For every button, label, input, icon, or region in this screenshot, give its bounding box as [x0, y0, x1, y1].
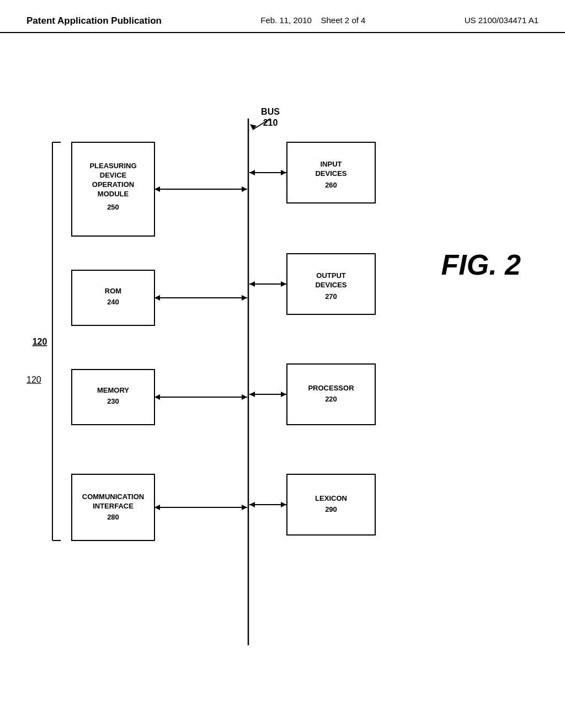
svg-marker-19 — [154, 295, 160, 301]
svg-text:OUTPUT: OUTPUT — [316, 271, 346, 280]
svg-marker-57 — [249, 502, 255, 507]
svg-text:220: 220 — [325, 395, 337, 403]
svg-text:280: 280 — [107, 513, 119, 521]
svg-rect-5 — [72, 142, 154, 236]
diagram-svg: BUS 210 PLEASURING DEVICE OPERATION MODU… — [0, 33, 565, 717]
svg-marker-39 — [281, 170, 286, 175]
svg-marker-12 — [242, 186, 247, 192]
svg-text:MEMORY: MEMORY — [97, 386, 129, 394]
svg-text:230: 230 — [107, 397, 119, 405]
svg-marker-46 — [281, 281, 286, 287]
svg-text:PLEASURING: PLEASURING — [89, 162, 136, 170]
svg-text:290: 290 — [325, 505, 337, 513]
svg-marker-58 — [281, 502, 286, 507]
svg-text:PROCESSOR: PROCESSOR — [308, 384, 354, 392]
svg-text:BUS: BUS — [261, 107, 280, 116]
svg-text:ROM: ROM — [105, 287, 121, 295]
svg-text:INTERFACE: INTERFACE — [93, 502, 134, 510]
svg-text:MODULE: MODULE — [98, 190, 129, 198]
svg-marker-18 — [242, 295, 247, 301]
svg-text:INPUT: INPUT — [321, 160, 342, 168]
svg-rect-53 — [287, 474, 375, 535]
header-title: Patent Application Publication — [26, 15, 162, 26]
svg-text:OPERATION: OPERATION — [92, 180, 134, 189]
svg-text:260: 260 — [325, 181, 337, 189]
svg-marker-52 — [281, 392, 286, 397]
svg-marker-45 — [249, 281, 255, 287]
svg-text:250: 250 — [107, 203, 119, 211]
header-date: Feb. 11, 2010 — [260, 15, 312, 25]
svg-text:210: 210 — [263, 118, 278, 127]
svg-marker-13 — [154, 186, 160, 192]
svg-marker-38 — [249, 170, 255, 175]
main-content: FIG. 2 120 BUS 210 PLEASURING DEVICE OPE… — [0, 33, 565, 717]
svg-text:240: 240 — [107, 298, 119, 306]
page-header: Patent Application Publication Feb. 11, … — [0, 0, 565, 33]
svg-marker-31 — [242, 505, 247, 510]
svg-text:LEXICON: LEXICON — [315, 494, 347, 502]
svg-marker-24 — [242, 394, 247, 400]
svg-text:DEVICE: DEVICE — [100, 171, 127, 179]
svg-text:120: 120 — [33, 337, 47, 346]
svg-marker-2 — [250, 124, 257, 130]
svg-text:270: 270 — [325, 292, 337, 301]
svg-marker-51 — [249, 392, 255, 397]
header-sheet: Sheet 2 of 4 — [321, 15, 366, 25]
svg-rect-47 — [287, 364, 375, 425]
header-date-sheet: Feb. 11, 2010 Sheet 2 of 4 — [260, 15, 365, 25]
svg-marker-32 — [154, 505, 160, 510]
svg-text:DEVICES: DEVICES — [315, 169, 347, 178]
svg-marker-25 — [154, 394, 160, 400]
svg-text:COMMUNICATION: COMMUNICATION — [82, 493, 144, 501]
header-patent-number: US 2100/034471 A1 — [465, 15, 539, 25]
svg-text:DEVICES: DEVICES — [315, 281, 347, 289]
